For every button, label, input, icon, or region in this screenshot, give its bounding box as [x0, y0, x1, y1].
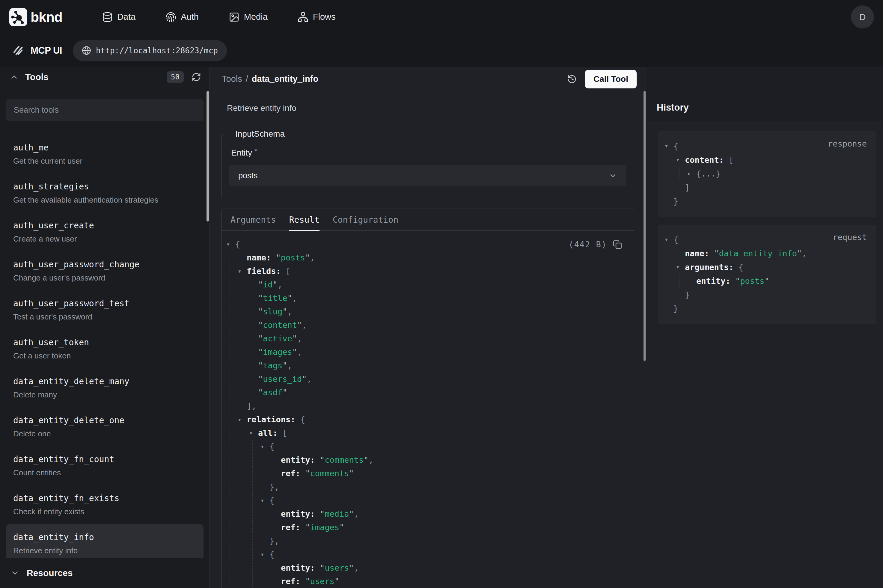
- breadcrumb-section[interactable]: Tools: [222, 74, 242, 84]
- indent-guide: [249, 480, 261, 494]
- tool-list-item[interactable]: auth_user_tokenGet a user token: [6, 329, 204, 368]
- tool-name: data_entity_info: [13, 532, 196, 543]
- json-line: ref: "users": [226, 574, 622, 588]
- copy-icon[interactable]: [613, 240, 622, 249]
- tab-result[interactable]: Result: [289, 209, 319, 231]
- nav-item-label: Auth: [181, 12, 199, 22]
- json-punct: {: [270, 550, 274, 559]
- json-string: slug: [263, 307, 282, 316]
- indent-guide: [226, 561, 238, 574]
- json-key: entity:: [281, 455, 320, 465]
- tree-caret-icon[interactable]: ▾: [261, 551, 270, 558]
- main-nav: Data Auth Media Flows: [102, 12, 336, 22]
- sidebar-scrollbar[interactable]: [207, 91, 209, 222]
- indent-guide: [676, 274, 687, 288]
- tree-caret-icon[interactable]: ▸: [687, 170, 696, 177]
- tool-list-item[interactable]: auth_user_password_testTest a user's pas…: [6, 290, 204, 329]
- json-string: id: [263, 280, 273, 289]
- nav-item-data[interactable]: Data: [102, 12, 135, 22]
- nav-item-media[interactable]: Media: [229, 12, 268, 22]
- tab-arguments[interactable]: Arguments: [231, 209, 276, 231]
- chevron-up-icon[interactable]: [10, 72, 19, 81]
- tree-caret-icon[interactable]: ▾: [676, 156, 685, 164]
- history-entry-response[interactable]: response ▾{▾content: [▸{...}]}: [658, 131, 876, 217]
- tool-description: Delete one: [13, 429, 196, 438]
- tree-caret-icon[interactable]: ▾: [226, 241, 235, 248]
- call-tool-button[interactable]: Call Tool: [585, 70, 637, 88]
- tool-list-item[interactable]: data_entity_infoRetrieve entity info: [6, 524, 204, 558]
- tool-name: data_entity_delete_one: [13, 416, 196, 426]
- indent-guide: [226, 291, 238, 305]
- indent-guide: [664, 180, 676, 194]
- nav-item-flows[interactable]: Flows: [298, 12, 336, 22]
- tool-name: data_entity_fn_count: [13, 454, 196, 465]
- response-json-tree: ▾{▾content: [▸{...}]}: [658, 131, 876, 217]
- entity-select[interactable]: posts: [229, 165, 626, 186]
- json-key: name:: [685, 249, 714, 258]
- tree-caret-icon[interactable]: ▾: [261, 497, 270, 504]
- indent-guide: [249, 548, 261, 561]
- tree-caret-icon[interactable]: ▾: [676, 263, 685, 271]
- indent-guide: [226, 399, 238, 412]
- json-punct: ,: [297, 334, 302, 343]
- refresh-icon[interactable]: [192, 72, 201, 82]
- json-quote: ": [320, 455, 325, 465]
- tool-list-item[interactable]: auth_user_createCreate a new user: [6, 213, 204, 252]
- json-quote: ": [797, 249, 802, 258]
- json-line: ▾fields: [: [226, 264, 622, 278]
- json-punct: {: [673, 235, 678, 244]
- tree-caret-icon[interactable]: ▾: [249, 429, 258, 436]
- indent-guide: [249, 494, 261, 507]
- tab-configuration[interactable]: Configuration: [333, 209, 398, 231]
- json-quote: ": [349, 563, 354, 572]
- history-entry-request[interactable]: request ▾{name: "data_entity_info",▾argu…: [658, 225, 876, 324]
- json-line: "title",: [226, 291, 622, 305]
- nav-item-auth[interactable]: Auth: [165, 12, 199, 22]
- tools-sidebar: Tools 50 Search tools auth_meGet the cur…: [0, 67, 210, 588]
- tool-list-item[interactable]: auth_user_password_changeChange a user's…: [6, 252, 204, 290]
- server-url-pill[interactable]: http://localhost:28623/mcp: [73, 40, 227, 61]
- tool-list-item[interactable]: data_entity_delete_oneDelete one: [6, 407, 204, 446]
- indent-guide: [238, 480, 249, 494]
- brand-name: bknd: [31, 9, 62, 25]
- json-line: ▾{: [226, 237, 622, 251]
- main-scrollbar[interactable]: [643, 91, 646, 361]
- tree-caret-icon[interactable]: ▾: [238, 268, 247, 275]
- json-string: comments: [310, 469, 349, 478]
- json-line: "id",: [226, 278, 622, 291]
- user-avatar[interactable]: D: [851, 5, 874, 28]
- mcp-logo-icon: [12, 44, 25, 57]
- indent-guide: [261, 574, 272, 588]
- indent-guide: [226, 264, 238, 278]
- json-punct: ],: [247, 401, 256, 411]
- json-quote: ": [339, 523, 344, 532]
- json-quote: ": [302, 374, 307, 384]
- tool-description: Delete many: [13, 390, 196, 399]
- tool-list-item[interactable]: data_entity_delete_manyDelete many: [6, 368, 204, 407]
- tool-list-item[interactable]: data_entity_fn_existsCheck if entity exi…: [6, 485, 204, 524]
- history-icon[interactable]: [567, 74, 577, 84]
- tree-caret-icon[interactable]: ▾: [664, 142, 673, 150]
- tool-detail-header: Tools / data_entity_info Call Tool: [210, 67, 646, 91]
- json-quote: ": [320, 563, 325, 572]
- tools-section-header[interactable]: Tools 50: [0, 67, 210, 87]
- tree-caret-icon[interactable]: ▾: [261, 443, 270, 450]
- tool-list-item[interactable]: data_entity_fn_countCount entities: [6, 446, 204, 485]
- json-quote: ": [297, 320, 302, 330]
- brand-logo[interactable]: bknd: [9, 8, 62, 26]
- resources-section-header[interactable]: Resources: [0, 558, 210, 588]
- search-input[interactable]: Search tools: [6, 99, 204, 122]
- json-quote: ": [364, 455, 368, 465]
- result-json-tree: (442 B) ▾{name: "posts",▾fields: ["id","…: [222, 231, 634, 588]
- json-punct: ]: [685, 183, 690, 192]
- database-icon: [102, 12, 113, 22]
- tree-caret-icon[interactable]: ▾: [664, 236, 673, 243]
- chevron-down-icon[interactable]: [10, 568, 19, 578]
- tool-name: data_entity_delete_many: [13, 376, 196, 387]
- tree-caret-icon[interactable]: ▾: [238, 416, 247, 423]
- input-schema-legend: InputSchema: [232, 129, 288, 139]
- json-quote: ": [258, 280, 263, 289]
- json-quote: ": [349, 509, 354, 519]
- tool-list-item[interactable]: auth_meGet the current user: [6, 135, 204, 174]
- tool-list-item[interactable]: auth_strategiesGet the available authent…: [6, 174, 204, 213]
